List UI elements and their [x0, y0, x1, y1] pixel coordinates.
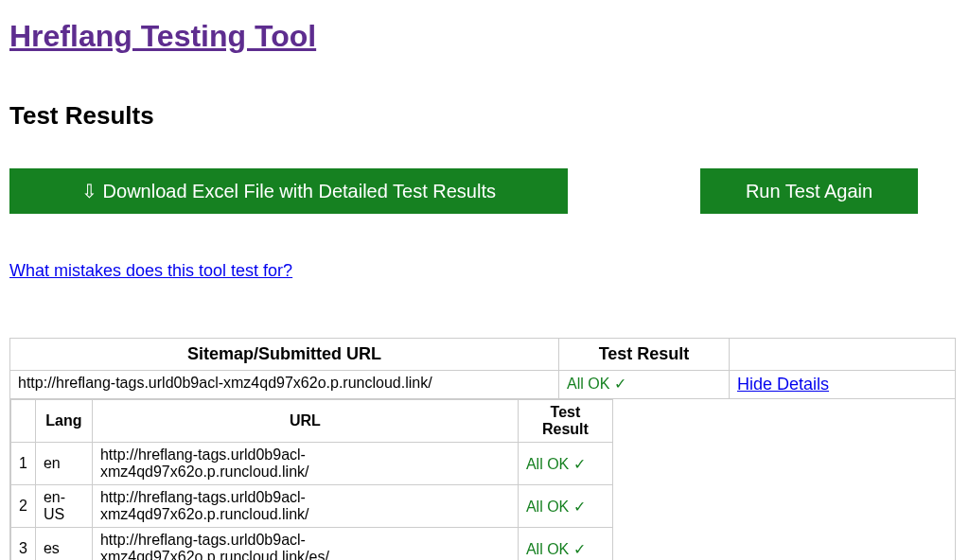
checkmark-icon: ✓ — [614, 376, 626, 392]
row-lang: en-US — [35, 485, 92, 528]
table-row: 1 en http://hreflang-tags.urld0b9acl-xmz… — [11, 443, 613, 485]
main-result-text: All OK — [567, 376, 609, 392]
table-row: 3 es http://hreflang-tags.urld0b9acl-xmz… — [11, 528, 613, 561]
header-empty — [730, 339, 956, 371]
details-header-result: Test Result — [518, 400, 612, 443]
details-header-row: Lang URL Test Result — [11, 400, 613, 443]
hide-details-cell: Hide Details — [730, 371, 956, 399]
details-cell: Lang URL Test Result 1 en http://hreflan… — [10, 399, 956, 561]
button-row: ⇩ Download Excel File with Detailed Test… — [9, 168, 960, 214]
main-result-row: http://hreflang-tags.urld0b9acl-xmz4qd97… — [10, 371, 956, 399]
details-table: Lang URL Test Result 1 en http://hreflan… — [10, 399, 613, 560]
run-test-again-button[interactable]: Run Test Again — [700, 168, 918, 214]
checkmark-icon: ✓ — [573, 541, 586, 557]
row-result-text: All OK — [526, 499, 569, 515]
details-header-lang: Lang — [35, 400, 92, 443]
row-url: http://hreflang-tags.urld0b9acl-xmz4qd97… — [92, 443, 518, 485]
header-test-result: Test Result — [559, 339, 730, 371]
details-container-row: Lang URL Test Result 1 en http://hreflan… — [10, 399, 956, 561]
row-result-text: All OK — [526, 456, 569, 472]
row-result: All OK ✓ — [518, 528, 612, 561]
table-header-row: Sitemap/Submitted URL Test Result — [10, 339, 956, 371]
main-url-cell: http://hreflang-tags.urld0b9acl-xmz4qd97… — [10, 371, 559, 399]
row-result-text: All OK — [526, 541, 569, 557]
checkmark-icon: ✓ — [573, 499, 586, 515]
main-result-cell: All OK ✓ — [559, 371, 730, 399]
row-url: http://hreflang-tags.urld0b9acl-xmz4qd97… — [92, 528, 518, 561]
row-lang: es — [35, 528, 92, 561]
row-result: All OK ✓ — [518, 443, 612, 485]
table-row: 2 en-US http://hreflang-tags.urld0b9acl-… — [11, 485, 613, 528]
row-num: 2 — [11, 485, 36, 528]
results-table: Sitemap/Submitted URL Test Result http:/… — [9, 338, 956, 560]
subtitle: Test Results — [9, 101, 960, 131]
hide-details-link[interactable]: Hide Details — [737, 375, 829, 394]
download-excel-button[interactable]: ⇩ Download Excel File with Detailed Test… — [9, 168, 568, 214]
details-header-num — [11, 400, 36, 443]
details-header-url: URL — [92, 400, 518, 443]
row-num: 1 — [11, 443, 36, 485]
checkmark-icon: ✓ — [573, 456, 586, 472]
row-lang: en — [35, 443, 92, 485]
results-container: Sitemap/Submitted URL Test Result http:/… — [9, 338, 960, 560]
row-result: All OK ✓ — [518, 485, 612, 528]
mistakes-info-link[interactable]: What mistakes does this tool test for? — [9, 261, 292, 281]
page-title-link[interactable]: Hreflang Testing Tool — [9, 19, 316, 54]
row-url: http://hreflang-tags.urld0b9acl-xmz4qd97… — [92, 485, 518, 528]
row-num: 3 — [11, 528, 36, 561]
header-sitemap: Sitemap/Submitted URL — [10, 339, 559, 371]
